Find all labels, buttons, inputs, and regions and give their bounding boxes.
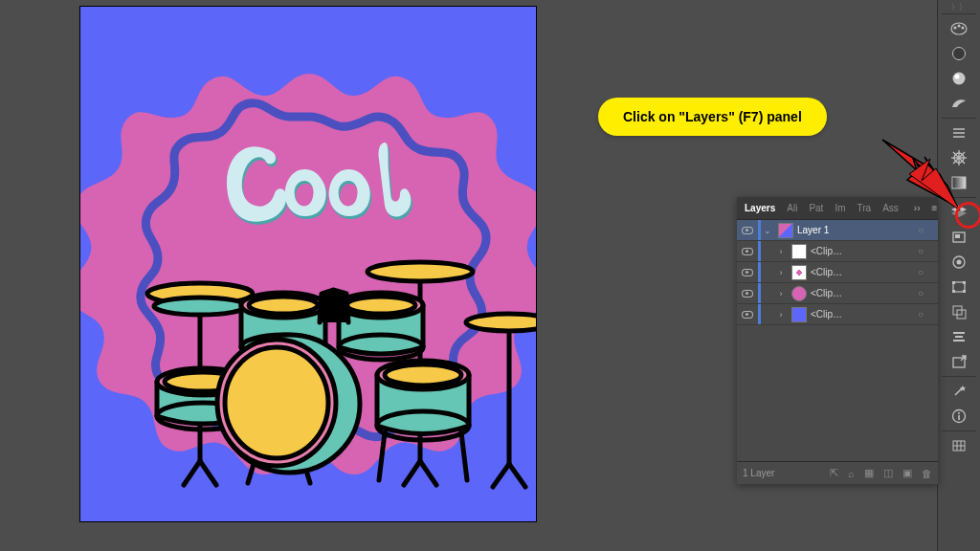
layers-list: ⌄ Layer 1 ○ › <Clip… ○ › <Clip… ○	[737, 220, 938, 461]
target-icon[interactable]: ○	[913, 309, 928, 320]
svg-line-1	[184, 461, 200, 485]
svg-point-54	[957, 260, 962, 265]
svg-line-5	[420, 461, 436, 485]
artboard	[79, 6, 537, 522]
disclosure-icon[interactable]: ›	[774, 310, 788, 320]
magic-wand-icon[interactable]	[938, 379, 981, 404]
pathfinder-icon[interactable]	[938, 299, 981, 324]
svg-line-4	[404, 461, 420, 485]
grid-icon[interactable]	[938, 433, 981, 458]
tab-pathfinder[interactable]: Pat	[805, 203, 827, 213]
disclosure-icon[interactable]: ⌄	[761, 226, 774, 235]
tooltip-callout: Click on "Layers" (F7) panel	[598, 98, 827, 136]
layer-name[interactable]: Layer 1	[797, 225, 913, 235]
layers-panel: Layers Ali Pat Im Tra Ass ›› ≡ ⌄ Layer 1…	[737, 197, 938, 484]
layer-row[interactable]: › <Clip… ○	[737, 262, 938, 283]
disclosure-icon[interactable]: ›	[774, 247, 788, 256]
layer-row[interactable]: › <Clip… ○	[737, 304, 938, 325]
new-layer-icon[interactable]: ▣	[902, 467, 912, 479]
disclosure-icon[interactable]: ›	[774, 289, 788, 298]
tab-layers[interactable]: Layers	[741, 203, 779, 213]
svg-rect-69	[958, 415, 960, 420]
visibility-toggle[interactable]	[737, 290, 758, 298]
svg-line-28	[461, 432, 467, 480]
svg-line-2	[200, 461, 216, 485]
svg-point-13	[466, 314, 537, 331]
layer-row-parent[interactable]: ⌄ Layer 1 ○	[737, 220, 938, 241]
svg-point-14	[154, 298, 246, 315]
layer-name[interactable]: <Clip…	[811, 288, 913, 298]
svg-point-38	[957, 24, 960, 27]
layer-thumb	[791, 244, 807, 259]
tab-align[interactable]: Ali	[783, 203, 801, 213]
svg-point-12	[368, 262, 473, 281]
svg-point-40	[953, 48, 966, 60]
layer-count: 1 Layer	[743, 468, 820, 478]
sphere-icon[interactable]	[938, 66, 981, 91]
target-icon[interactable]: ○	[913, 246, 928, 256]
svg-point-25	[385, 364, 461, 386]
layer-thumb	[791, 265, 807, 280]
visibility-toggle[interactable]	[737, 311, 758, 319]
disclosure-icon[interactable]: ›	[774, 268, 788, 277]
target-icon[interactable]: ○	[913, 267, 928, 277]
recolor-icon[interactable]	[938, 41, 981, 66]
collapse-dock-icon[interactable]: 〉〉	[938, 2, 981, 11]
collect-icon[interactable]: ▦	[864, 467, 874, 479]
layer-thumb	[778, 223, 793, 238]
layer-thumb	[791, 286, 807, 301]
layer-row[interactable]: › <Clip… ○	[737, 283, 938, 304]
target-icon[interactable]: ○	[913, 288, 928, 298]
svg-rect-57	[963, 281, 966, 284]
svg-point-22	[346, 297, 415, 314]
svg-rect-58	[952, 290, 955, 293]
new-sublayer-icon[interactable]: ◫	[883, 467, 893, 479]
svg-point-39	[961, 26, 964, 29]
artboards-icon[interactable]	[938, 225, 981, 250]
color-guide-icon[interactable]	[938, 16, 981, 41]
svg-line-7	[493, 464, 509, 487]
info-icon[interactable]	[938, 404, 981, 429]
svg-point-68	[958, 412, 960, 414]
export-icon[interactable]	[938, 349, 981, 374]
svg-point-31	[225, 347, 328, 458]
align-icon[interactable]	[938, 324, 981, 349]
red-arrow-annotation	[840, 138, 965, 214]
visibility-toggle[interactable]	[737, 248, 758, 255]
svg-point-41	[953, 73, 966, 85]
target-icon[interactable]: ○	[913, 225, 928, 235]
layer-row[interactable]: › <Clip… ○	[737, 241, 938, 262]
svg-rect-56	[952, 281, 955, 284]
brush-icon[interactable]	[938, 91, 981, 116]
svg-point-42	[955, 75, 960, 79]
svg-point-37	[953, 26, 956, 29]
delete-icon[interactable]: 🗑	[922, 468, 932, 479]
svg-line-8	[509, 464, 525, 487]
layer-name[interactable]: <Clip…	[811, 246, 913, 256]
panel-footer: 1 Layer ⇱ ⌕ ▦ ◫ ▣ 🗑	[737, 461, 938, 484]
layer-name[interactable]: <Clip…	[811, 267, 913, 277]
appearance-icon[interactable]	[938, 250, 981, 275]
visibility-toggle[interactable]	[737, 269, 758, 276]
layer-name[interactable]: <Clip…	[811, 309, 913, 320]
layer-thumb	[791, 307, 807, 322]
transform-icon[interactable]	[938, 275, 981, 299]
visibility-toggle[interactable]	[737, 227, 758, 234]
search-icon[interactable]: ⌕	[848, 468, 855, 479]
right-dock: 〉〉	[937, 0, 980, 551]
locate-object-icon[interactable]: ⇱	[830, 467, 838, 479]
svg-point-19	[249, 297, 318, 314]
svg-rect-52	[955, 234, 960, 238]
svg-rect-59	[963, 290, 966, 293]
